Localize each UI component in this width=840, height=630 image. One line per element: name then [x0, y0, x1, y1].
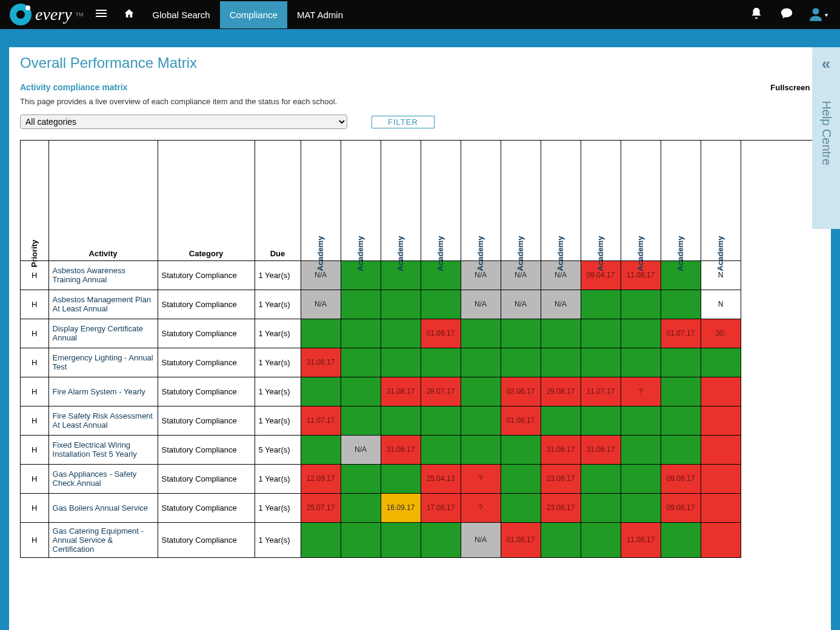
status-cell[interactable] — [661, 522, 701, 557]
cell-activity[interactable]: Asbestos Management Plan At Least Annual — [48, 290, 158, 319]
cell-activity[interactable]: Gas Boilers Annual Service — [48, 493, 158, 522]
status-cell[interactable] — [661, 406, 701, 435]
filter-button[interactable]: FILTER — [372, 116, 435, 128]
status-cell[interactable]: 01.07.17 — [661, 319, 701, 348]
status-cell[interactable]: ? — [461, 464, 501, 493]
status-cell[interactable] — [381, 406, 421, 435]
status-cell[interactable]: N/A — [301, 290, 341, 319]
status-cell[interactable] — [501, 319, 541, 348]
status-cell[interactable] — [661, 435, 701, 464]
status-cell[interactable]: 31.08.17 — [381, 377, 421, 406]
status-cell[interactable] — [581, 464, 621, 493]
status-cell[interactable] — [541, 522, 581, 557]
header-academy-10[interactable]: Academy — [701, 141, 741, 260]
status-cell[interactable] — [621, 435, 661, 464]
header-academy-4[interactable]: Academy — [461, 141, 501, 260]
status-cell[interactable]: 31.08.17 — [541, 435, 581, 464]
status-cell[interactable] — [341, 377, 381, 406]
status-cell[interactable] — [541, 348, 581, 377]
status-cell[interactable]: ? — [621, 377, 661, 406]
status-cell[interactable] — [581, 406, 621, 435]
status-cell[interactable] — [701, 406, 741, 435]
status-cell[interactable] — [621, 319, 661, 348]
status-cell[interactable] — [341, 319, 381, 348]
status-cell[interactable] — [461, 435, 501, 464]
status-cell[interactable]: 12.09.17 — [301, 464, 341, 493]
status-cell[interactable]: 25.07.17 — [301, 493, 341, 522]
status-cell[interactable]: 28.07.17 — [421, 377, 461, 406]
cell-activity[interactable]: Fixed Electrical Wiring Installation Tes… — [48, 435, 158, 464]
status-cell[interactable] — [301, 435, 341, 464]
status-cell[interactable]: 09.08.17 — [661, 493, 701, 522]
status-cell[interactable] — [501, 464, 541, 493]
status-cell[interactable]: 31.08.17 — [581, 435, 621, 464]
status-cell[interactable] — [581, 493, 621, 522]
header-academy-8[interactable]: Academy — [621, 141, 661, 260]
header-academy-7[interactable]: Academy — [581, 141, 621, 260]
status-cell[interactable] — [341, 406, 381, 435]
bell-icon[interactable] — [741, 7, 772, 23]
status-cell[interactable] — [701, 377, 741, 406]
status-cell[interactable] — [581, 522, 621, 557]
home-icon[interactable] — [115, 8, 143, 22]
nav-item-mat-admin[interactable]: MAT Admin — [287, 1, 353, 28]
status-cell[interactable] — [421, 406, 461, 435]
status-cell[interactable]: 25.04.13 — [421, 464, 461, 493]
status-cell[interactable] — [301, 377, 341, 406]
status-cell[interactable] — [341, 493, 381, 522]
status-cell[interactable] — [421, 522, 461, 557]
status-cell[interactable] — [461, 319, 501, 348]
status-cell[interactable] — [501, 493, 541, 522]
header-academy-0[interactable]: Academy — [301, 141, 341, 260]
status-cell[interactable]: 01.08.17 — [501, 522, 541, 557]
status-cell[interactable]: N/A — [461, 290, 501, 319]
status-cell[interactable] — [701, 464, 741, 493]
status-cell[interactable] — [701, 522, 741, 557]
help-centre-tab[interactable]: « Help Centre — [812, 47, 840, 229]
status-cell[interactable] — [421, 348, 461, 377]
status-cell[interactable]: 31.08.17 — [381, 435, 421, 464]
status-cell[interactable]: 09.08.17 — [661, 464, 701, 493]
cell-activity[interactable]: Gas Catering Equipment - Annual Service … — [48, 522, 158, 557]
status-cell[interactable] — [461, 406, 501, 435]
header-academy-6[interactable]: Academy — [541, 141, 581, 260]
status-cell[interactable] — [701, 493, 741, 522]
status-cell[interactable] — [341, 522, 381, 557]
status-cell[interactable] — [461, 377, 501, 406]
status-cell[interactable] — [661, 348, 701, 377]
status-cell[interactable]: N/A — [541, 290, 581, 319]
status-cell[interactable] — [341, 290, 381, 319]
status-cell[interactable] — [381, 319, 421, 348]
status-cell[interactable] — [661, 377, 701, 406]
status-cell[interactable] — [621, 348, 661, 377]
status-cell[interactable]: 01.09.17 — [421, 319, 461, 348]
brand-logo[interactable]: every TM — [6, 4, 87, 25]
status-cell[interactable] — [541, 319, 581, 348]
status-cell[interactable] — [381, 522, 421, 557]
cell-activity[interactable]: Fire Alarm System - Yearly — [48, 377, 158, 406]
cell-activity[interactable]: Asbestos Awareness Training Annual — [48, 260, 158, 290]
category-select[interactable]: All categories — [20, 114, 347, 129]
status-cell[interactable] — [381, 464, 421, 493]
status-cell[interactable]: 16.09.17 — [381, 493, 421, 522]
status-cell[interactable]: N — [701, 290, 741, 319]
status-cell[interactable] — [421, 435, 461, 464]
status-cell[interactable] — [381, 290, 421, 319]
nav-item-global-search[interactable]: Global Search — [143, 1, 220, 28]
status-cell[interactable]: 30. — [701, 319, 741, 348]
status-cell[interactable] — [301, 319, 341, 348]
status-cell[interactable] — [581, 290, 621, 319]
header-academy-1[interactable]: Academy — [341, 141, 381, 260]
status-cell[interactable] — [661, 290, 701, 319]
hamburger-icon[interactable] — [87, 8, 115, 22]
nav-item-compliance[interactable]: Compliance — [220, 1, 287, 28]
status-cell[interactable]: 23.08.17 — [541, 464, 581, 493]
status-cell[interactable] — [341, 348, 381, 377]
header-academy-3[interactable]: Academy — [421, 141, 461, 260]
status-cell[interactable]: N/A — [461, 522, 501, 557]
status-cell[interactable] — [621, 493, 661, 522]
status-cell[interactable]: N/A — [501, 290, 541, 319]
status-cell[interactable] — [501, 348, 541, 377]
cell-activity[interactable]: Display Energy Certificate Annual — [48, 319, 158, 348]
speech-icon[interactable] — [772, 7, 802, 23]
